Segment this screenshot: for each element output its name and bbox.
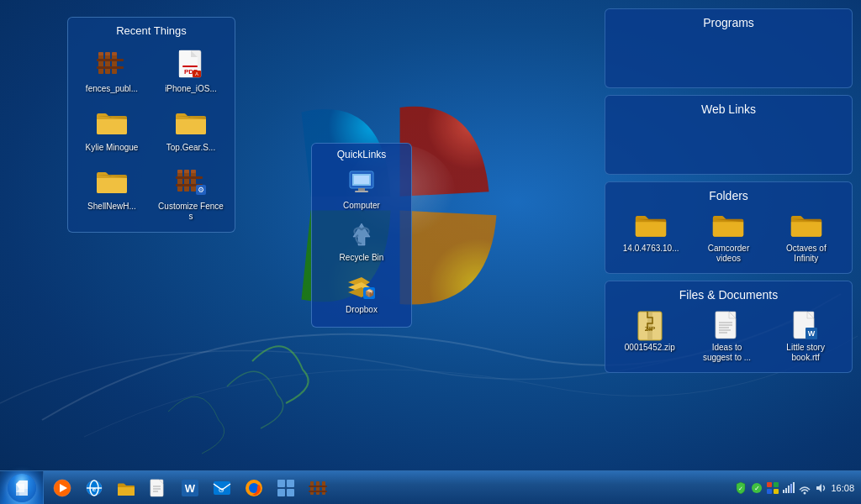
files-panel: Files & Documents ZIP 00015452.zip [605,281,853,373]
svg-rect-17 [184,170,189,173]
tray-volume-icon[interactable] [814,481,827,495]
recent-item-shellnew[interactable]: ShellNewH... [75,161,149,225]
taskbar-gadgets[interactable] [271,473,301,503]
svg-rect-71 [767,482,772,487]
recent-panel-title: Recent Things [75,24,228,37]
recent-item-kylie[interactable]: Kylie Minogue [75,102,149,156]
programs-panel-content [612,34,845,81]
file-item-rtf[interactable]: W Little story book.rtf [776,307,835,365]
svg-text:W: W [808,329,816,338]
right-panels: Programs Web Links Folders 14.0.4763.10.… [605,8,853,373]
start-button[interactable] [0,471,44,505]
tray-icons: ✓ ✓ [734,481,827,495]
tray-security-icon[interactable]: ✓ [734,481,747,495]
svg-rect-63 [310,481,314,495]
programs-panel-title: Programs [612,16,845,29]
svg-text:W: W [185,482,196,495]
recent-item-customize-label: Customize Fences [157,202,224,222]
recent-items-grid: fences_publ... PDF A iPhone_iOS... Kylie [75,44,228,225]
svg-rect-60 [287,480,294,487]
svg-rect-65 [322,481,325,495]
taskbar-wordpad[interactable] [143,473,173,503]
file-item-txt[interactable]: Ideas to suggest to ... [698,307,757,365]
svg-text:📦: 📦 [365,288,375,298]
svg-text:O: O [219,486,224,494]
recent-item-topgear[interactable]: Top.Gear.S... [154,102,228,156]
svg-text:A: A [195,71,198,76]
weblinks-panel: Web Links [605,95,853,175]
svg-rect-62 [287,489,294,496]
taskbar-items: e W [44,473,727,503]
recent-item-shellnew-label: ShellNewH... [87,202,136,212]
svg-rect-77 [788,486,790,493]
svg-rect-61 [277,489,285,496]
time-display[interactable]: 16:08 [831,483,854,493]
folders-panel: Folders 14.0.4763.10... Camcorder videos [605,181,853,274]
svg-rect-66 [309,486,327,487]
file-label-txt: Ideas to suggest to ... [700,343,754,363]
folder-item-0[interactable]: 14.0.4763.10... [621,207,680,256]
svg-rect-10 [182,66,198,67]
svg-text:⚙: ⚙ [198,186,204,194]
recent-item-fences-label: fences_publ... [86,84,138,94]
recent-item-customize[interactable]: ⚙ Customize Fences [154,161,228,225]
tray-check-icon[interactable]: ✓ [750,481,763,495]
svg-rect-79 [793,482,795,493]
taskbar-tray: ✓ ✓ [727,481,861,495]
recent-item-topgear-label: Top.Gear.S... [166,143,215,153]
folders-panel-title: Folders [612,189,845,202]
svg-rect-2 [98,52,103,55]
taskbar-fences[interactable] [303,473,333,503]
svg-rect-20 [176,176,203,179]
taskbar: e W [0,470,861,504]
tray-network-icon[interactable] [782,481,795,495]
recent-item-iphone-label: iPhone_iOS... [165,84,217,94]
taskbar-word[interactable]: W [175,473,205,503]
weblinks-panel-content [612,121,845,167]
svg-rect-73 [767,489,772,494]
svg-rect-5 [112,54,117,74]
svg-rect-18 [191,171,196,192]
svg-rect-75 [783,490,784,493]
quicklinks-title: QuickLinks [317,149,406,160]
svg-rect-1 [98,54,103,74]
recent-item-iphone[interactable]: PDF A iPhone_iOS... [154,44,228,97]
tray-wifi-icon[interactable] [798,481,811,495]
recent-panel: Recent Things fences_publ... [67,17,235,233]
svg-rect-72 [774,482,779,487]
programs-panel: Programs [605,8,853,88]
start-orb [8,474,36,502]
quicklink-computer-label: Computer [343,201,380,210]
folders-grid: 14.0.4763.10... Camcorder videos Octaves… [612,207,845,266]
svg-rect-67 [309,491,327,492]
quicklink-recycle[interactable]: Recycle Bin [317,218,406,265]
svg-rect-27 [358,188,365,191]
recent-item-kylie-label: Kylie Minogue [86,143,139,153]
taskbar-ie[interactable]: e [79,473,109,503]
taskbar-outlook[interactable]: O [207,473,237,503]
recent-item-fences[interactable]: fences_publ... [75,44,149,97]
svg-rect-3 [105,54,110,74]
taskbar-media-player[interactable] [47,473,77,503]
folder-item-2[interactable]: Octaves of Infinity [777,207,836,266]
quicklink-dropbox[interactable]: 📦 Dropbox [317,270,406,317]
taskbar-explorer[interactable] [111,473,141,503]
svg-rect-14 [177,171,182,192]
svg-text:e: e [92,486,97,493]
clock-time: 16:08 [831,483,854,493]
svg-text:✓: ✓ [754,485,760,492]
svg-rect-15 [177,170,182,173]
svg-rect-8 [97,66,124,69]
folder-item-1[interactable]: Camcorder videos [699,207,758,266]
file-item-zip[interactable]: ZIP 00015452.zip [622,307,678,355]
quicklink-recycle-label: Recycle Bin [340,253,384,262]
weblinks-panel-title: Web Links [612,102,845,116]
svg-rect-19 [191,170,196,173]
files-panel-title: Files & Documents [612,288,845,302]
quicklink-dropbox-label: Dropbox [346,305,378,314]
file-label-zip: 00015452.zip [625,343,675,353]
tray-grid-icon[interactable] [766,481,779,495]
quicklink-computer[interactable]: Computer [317,165,406,213]
taskbar-firefox[interactable] [239,473,269,503]
svg-point-80 [804,491,806,494]
